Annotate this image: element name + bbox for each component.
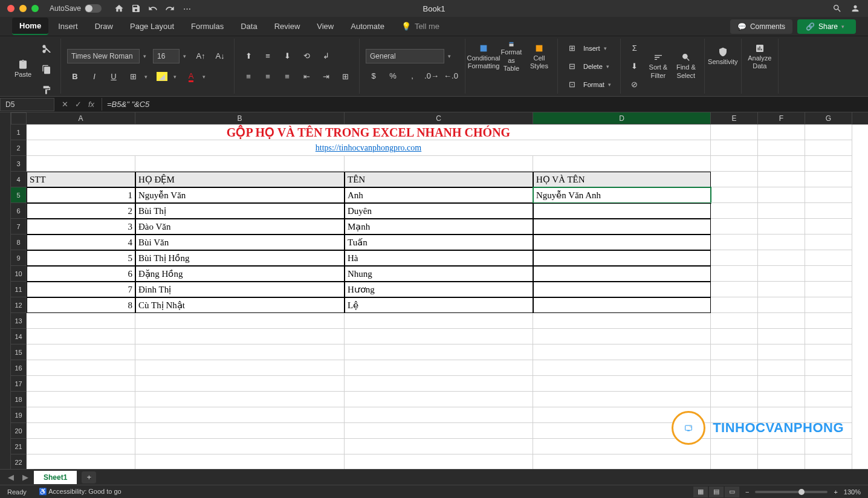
row-header-14[interactable]: 14 xyxy=(11,329,27,344)
cell[interactable] xyxy=(805,329,852,344)
minimize-window[interactable] xyxy=(19,5,27,12)
cell[interactable] xyxy=(135,439,345,454)
cell[interactable] xyxy=(805,172,852,187)
cell-stt[interactable]: 7 xyxy=(27,282,135,297)
page-layout-view-button[interactable]: ▤ xyxy=(709,487,724,497)
tab-review[interactable]: Review xyxy=(267,18,308,34)
cell[interactable] xyxy=(345,392,533,407)
cell[interactable] xyxy=(533,156,711,172)
cell[interactable] xyxy=(533,360,711,376)
maximize-window[interactable] xyxy=(31,5,39,12)
cell-ho-dem[interactable]: Đặng Hồng xyxy=(135,266,345,282)
column-header-A[interactable]: A xyxy=(27,112,135,124)
cell[interactable] xyxy=(805,360,852,376)
chevron-down-icon[interactable]: ▾ xyxy=(143,53,149,59)
fx-icon[interactable]: fx xyxy=(86,100,97,109)
cell-stt[interactable]: 5 xyxy=(27,250,135,266)
normal-view-button[interactable]: ▦ xyxy=(693,487,708,497)
cell-ten[interactable]: Tuấn xyxy=(345,234,533,250)
cell[interactable] xyxy=(27,423,135,439)
row-header-6[interactable]: 6 xyxy=(11,203,27,219)
cell[interactable] xyxy=(758,140,805,156)
cell[interactable] xyxy=(711,282,758,297)
header-stt[interactable]: STT xyxy=(27,172,135,187)
column-header-E[interactable]: E xyxy=(711,112,758,124)
row-header-4[interactable]: 4 xyxy=(11,172,27,187)
cell[interactable] xyxy=(758,234,805,250)
header-ho-dem[interactable]: HỌ ĐỆM xyxy=(135,172,345,187)
format-cells-button[interactable]: ⊡ xyxy=(564,77,580,92)
row-header-22[interactable]: 22 xyxy=(11,454,27,469)
cell[interactable] xyxy=(758,454,805,469)
formula-bar[interactable]: =B5&" "&C5 xyxy=(102,98,868,111)
cell[interactable] xyxy=(758,266,805,282)
column-header-G[interactable]: G xyxy=(805,112,852,124)
align-bottom-button[interactable]: ⬇ xyxy=(279,48,295,64)
cell-ho-dem[interactable]: Bùi Thị xyxy=(135,203,345,219)
cell[interactable] xyxy=(711,344,758,360)
cell[interactable] xyxy=(345,407,533,423)
copy-button[interactable] xyxy=(39,62,54,77)
cell[interactable] xyxy=(27,392,135,407)
save-icon[interactable] xyxy=(131,3,141,14)
cell[interactable] xyxy=(711,234,758,250)
cell-ten[interactable]: Anh xyxy=(345,187,533,203)
sheet-tab-1[interactable]: Sheet1 xyxy=(34,471,77,484)
decrease-font-button[interactable]: A↓ xyxy=(212,48,228,64)
undo-icon[interactable] xyxy=(147,3,158,14)
select-all-corner[interactable] xyxy=(11,112,27,124)
cell[interactable] xyxy=(711,156,758,172)
zoom-in-button[interactable]: + xyxy=(834,488,837,496)
increase-decimal-button[interactable]: .0→ xyxy=(424,68,439,84)
cell[interactable] xyxy=(758,329,805,344)
cell[interactable] xyxy=(711,250,758,266)
cell[interactable] xyxy=(758,250,805,266)
clear-button[interactable]: ⊘ xyxy=(627,77,643,92)
column-header-B[interactable]: B xyxy=(135,112,345,124)
tab-automate[interactable]: Automate xyxy=(343,18,392,34)
row-header-18[interactable]: 18 xyxy=(11,392,27,407)
zoom-slider[interactable] xyxy=(755,491,828,493)
cell[interactable] xyxy=(805,234,852,250)
font-name-select[interactable] xyxy=(67,49,140,63)
row-header-7[interactable]: 7 xyxy=(11,219,27,234)
cell-ho-dem[interactable]: Bùi Thị Hồng xyxy=(135,250,345,266)
cell[interactable] xyxy=(135,313,345,329)
prev-sheet-button[interactable]: ◀ xyxy=(5,473,17,482)
cell-ten[interactable]: Nhung xyxy=(345,266,533,282)
row-header-20[interactable]: 20 xyxy=(11,423,27,439)
cell-ten[interactable]: Mạnh xyxy=(345,219,533,234)
cell[interactable] xyxy=(135,392,345,407)
row-header-5[interactable]: 5 xyxy=(11,187,27,203)
row-header-12[interactable]: 12 xyxy=(11,297,27,313)
cell[interactable] xyxy=(758,376,805,392)
currency-button[interactable]: $ xyxy=(366,68,381,84)
decrease-decimal-button[interactable]: ←.0 xyxy=(443,68,459,84)
align-right-button[interactable]: ≡ xyxy=(279,69,295,85)
cell[interactable] xyxy=(805,156,852,172)
header-ho-va-ten[interactable]: HỌ VÀ TÊN xyxy=(533,172,711,187)
percent-button[interactable]: % xyxy=(385,68,401,84)
align-top-button[interactable]: ⬆ xyxy=(241,48,256,64)
search-icon[interactable] xyxy=(832,3,843,14)
sort-filter-button[interactable]: Sort & Filter xyxy=(646,51,670,82)
delete-cells-button[interactable]: ⊟ xyxy=(564,59,580,74)
home-icon[interactable] xyxy=(114,3,125,14)
row-header-9[interactable]: 9 xyxy=(11,250,27,266)
cell[interactable] xyxy=(805,313,852,329)
format-painter-button[interactable] xyxy=(39,82,54,98)
cell[interactable] xyxy=(758,203,805,219)
comma-button[interactable]: , xyxy=(404,68,420,84)
cell[interactable] xyxy=(805,187,852,203)
autosum-button[interactable]: Σ xyxy=(627,40,643,56)
cell[interactable] xyxy=(711,313,758,329)
cell[interactable] xyxy=(758,282,805,297)
cell[interactable] xyxy=(345,423,533,439)
cell[interactable] xyxy=(135,156,345,172)
cell[interactable] xyxy=(758,297,805,313)
cell-ho-va-ten[interactable] xyxy=(533,297,711,313)
row-header-8[interactable]: 8 xyxy=(11,234,27,250)
row-header-13[interactable]: 13 xyxy=(11,313,27,329)
analyze-data-button[interactable]: Analyze Data xyxy=(748,41,772,73)
tab-data[interactable]: Data xyxy=(233,18,264,34)
